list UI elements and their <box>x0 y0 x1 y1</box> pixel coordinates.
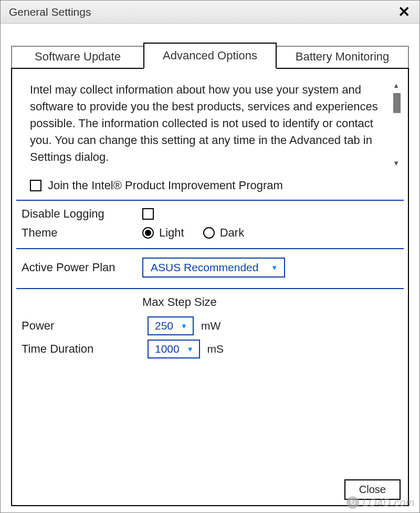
radio-dot-icon <box>142 227 154 239</box>
power-dropdown[interactable]: 250 ▼ <box>148 316 194 335</box>
settings-window: General Settings ✕ Software Update Advan… <box>0 0 420 513</box>
theme-label: Theme <box>22 226 142 240</box>
logging-theme-section: Disable Logging Theme Light Dark <box>16 205 404 245</box>
power-label: Power <box>22 319 142 333</box>
time-value: 1000 <box>155 343 180 355</box>
time-duration-label: Time Duration <box>22 342 142 356</box>
power-unit: mW <box>199 320 400 332</box>
caret-down-icon: ▼ <box>181 322 187 330</box>
disable-logging-label: Disable Logging <box>22 207 142 221</box>
tab-body: ▲ ▼ Intel may collect information about … <box>11 68 409 506</box>
separator <box>16 248 404 249</box>
max-step-size-label: Max Step Size <box>142 295 400 316</box>
scroll-down-icon[interactable]: ▼ <box>393 159 400 167</box>
titlebar: General Settings ✕ <box>1 1 419 24</box>
theme-dark-label: Dark <box>220 226 244 240</box>
close-icon[interactable]: ✕ <box>395 4 413 20</box>
tab-software-update[interactable]: Software Update <box>11 46 144 68</box>
power-row: Power 250 ▼ mW <box>22 316 400 335</box>
separator <box>16 288 404 289</box>
active-power-plan-label: Active Power Plan <box>22 261 142 274</box>
tab-battery-monitoring[interactable]: Battery Monitoring <box>276 46 409 68</box>
join-program-label: Join the Intel® Product Improvement Prog… <box>48 179 283 192</box>
time-dropdown[interactable]: 1000 ▼ <box>148 340 200 358</box>
max-step-section: Max Step Size Power 250 ▼ mW Time Durati… <box>16 293 404 368</box>
close-button[interactable]: Close <box>344 479 401 500</box>
radio-dot-icon <box>203 227 215 239</box>
power-value: 250 <box>155 320 173 332</box>
active-power-plan-dropdown[interactable]: ASUS Recommended ▼ <box>142 258 285 278</box>
description-scrollarea: ▲ ▼ Intel may collect information about … <box>16 78 404 169</box>
scroll-up-icon[interactable]: ▲ <box>393 81 400 89</box>
scrollbar-thumb[interactable] <box>393 93 401 113</box>
join-program-checkbox[interactable] <box>30 180 41 191</box>
window-title: General Settings <box>9 6 395 18</box>
separator <box>16 200 404 201</box>
caret-down-icon: ▼ <box>187 345 194 353</box>
power-plan-section: Active Power Plan ASUS Recommended ▼ <box>16 253 404 285</box>
dialog-footer: Close <box>16 476 404 501</box>
tab-advanced-options[interactable]: Advanced Options <box>143 43 277 69</box>
tabs: Software Update Advanced Options Battery… <box>11 43 409 68</box>
privacy-description: Intel may collect information about how … <box>30 81 382 165</box>
theme-radio-light[interactable]: Light <box>142 226 184 240</box>
active-power-plan-value: ASUS Recommended <box>151 261 258 274</box>
join-program-row: Join the Intel® Product Improvement Prog… <box>16 179 404 197</box>
time-unit: mS <box>205 343 400 355</box>
time-row: Time Duration 1000 ▼ mS <box>22 340 400 358</box>
theme-radio-group: Light Dark <box>142 226 400 240</box>
theme-radio-dark[interactable]: Dark <box>203 226 244 240</box>
disable-logging-checkbox[interactable] <box>142 208 154 220</box>
content-area: Software Update Advanced Options Battery… <box>1 24 419 512</box>
theme-light-label: Light <box>159 226 184 240</box>
caret-down-icon: ▼ <box>271 264 278 272</box>
